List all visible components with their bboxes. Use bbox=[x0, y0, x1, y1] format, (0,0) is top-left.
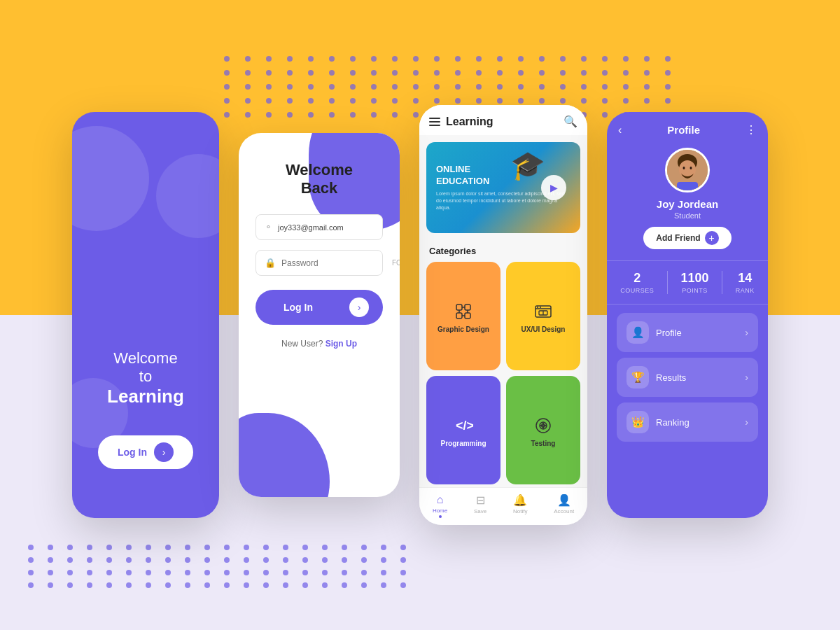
app-title: Learning bbox=[446, 115, 493, 128]
new-user-text: New User? Sign Up bbox=[281, 339, 357, 349]
welcome-line2: to bbox=[107, 368, 184, 386]
profile-menu-label: Profile bbox=[656, 328, 738, 338]
welcome-back-title: Welcome Back bbox=[286, 161, 353, 197]
nav-notify[interactable]: 🔔 Notify bbox=[513, 493, 527, 518]
welcome-line1: Welcome bbox=[107, 349, 184, 368]
login-label: Log In bbox=[118, 447, 147, 458]
ranking-icon-wrap: 👑 bbox=[626, 411, 649, 433]
testing-icon bbox=[533, 416, 553, 435]
courses-label: COURSES bbox=[620, 287, 654, 294]
ranking-menu-label: Ranking bbox=[656, 417, 738, 428]
categories-label: Categories bbox=[419, 240, 587, 259]
menu-item-profile[interactable]: 👤 Profile › bbox=[617, 313, 758, 352]
rank-value: 14 bbox=[738, 271, 752, 286]
hero-text: ONLINE EDUCATION Lorem ipsum dolor sit a… bbox=[426, 154, 580, 220]
search-icon[interactable]: 🔍 bbox=[564, 115, 578, 128]
points-label: POINTS bbox=[682, 287, 708, 294]
password-input[interactable] bbox=[281, 258, 386, 268]
profile-header: ‹ Profile ⋮ bbox=[607, 112, 768, 144]
add-friend-button[interactable]: Add Friend + bbox=[643, 227, 731, 249]
points-value: 1100 bbox=[680, 271, 708, 286]
svg-point-10 bbox=[537, 307, 538, 308]
programming-icon: </> bbox=[454, 416, 473, 435]
user-role: Student bbox=[674, 211, 701, 220]
profile-menu-list: 👤 Profile › 🏆 Results › 👑 Ranking › bbox=[607, 304, 768, 450]
password-field-wrapper: 🔒 FORGOT? bbox=[255, 250, 383, 276]
header-left: Learning bbox=[429, 115, 493, 128]
svg-text:</>: </> bbox=[456, 419, 473, 433]
add-friend-label: Add Friend bbox=[656, 233, 700, 243]
welcome-line3: Learning bbox=[107, 386, 184, 407]
profile-info: Joy Jordean Student Add Friend + bbox=[607, 144, 768, 260]
profile-arrow-icon: › bbox=[745, 327, 748, 338]
category-graphic-design[interactable]: Graphic Design bbox=[426, 262, 500, 370]
save-label: Save bbox=[474, 508, 486, 514]
profile-icon-wrap: 👤 bbox=[626, 321, 649, 344]
results-menu-icon: 🏆 bbox=[631, 371, 645, 384]
results-arrow-icon: › bbox=[745, 372, 748, 383]
nav-account[interactable]: 👤 Account bbox=[554, 493, 574, 518]
login-screen: Welcome Back ⚬ joy333@gmail.com 🔒 FORGOT… bbox=[239, 133, 400, 497]
svg-rect-22 bbox=[677, 182, 698, 190]
ranking-arrow-icon: › bbox=[745, 416, 748, 428]
plus-icon: + bbox=[705, 231, 719, 245]
email-field-wrapper: ⚬ joy333@gmail.com bbox=[255, 214, 383, 240]
results-menu-label: Results bbox=[656, 372, 738, 383]
svg-point-11 bbox=[540, 307, 541, 308]
menu-item-ranking[interactable]: 👑 Ranking › bbox=[617, 402, 758, 442]
active-dot bbox=[439, 515, 442, 518]
svg-point-21 bbox=[690, 167, 692, 169]
welcome-login-button[interactable]: Log In › bbox=[98, 435, 193, 469]
svg-rect-1 bbox=[465, 304, 470, 310]
category-programming[interactable]: </> Programming bbox=[426, 376, 500, 484]
stats-row: 2 COURSES 1100 POINTS 14 RANK bbox=[607, 260, 768, 304]
stat-rank: 14 RANK bbox=[736, 271, 755, 294]
notify-label: Notify bbox=[513, 508, 527, 514]
email-group: ⚬ joy333@gmail.com bbox=[255, 214, 383, 240]
welcome-text: Welcome to Learning bbox=[107, 349, 184, 407]
arrow-circle-icon: › bbox=[154, 442, 174, 462]
programming-label: Programming bbox=[440, 440, 486, 447]
stat-courses: 2 COURSES bbox=[620, 271, 654, 294]
more-options-icon[interactable]: ⋮ bbox=[746, 123, 757, 136]
bottom-navigation: ⌂ Home ⊟ Save 🔔 Notify 👤 Account bbox=[419, 487, 587, 525]
menu-item-results[interactable]: 🏆 Results › bbox=[617, 358, 758, 397]
menu-icon[interactable] bbox=[429, 118, 440, 126]
graphic-design-icon bbox=[454, 302, 473, 321]
account-label: Account bbox=[554, 508, 574, 514]
account-icon: 👤 bbox=[557, 493, 571, 507]
signup-link[interactable]: Sign Up bbox=[326, 339, 357, 349]
email-value-display: joy333@gmail.com bbox=[278, 223, 344, 232]
password-group: 🔒 FORGOT? bbox=[255, 250, 383, 276]
login-button[interactable]: Log In › bbox=[255, 290, 383, 325]
avatar-image bbox=[667, 150, 708, 190]
category-testing[interactable]: Testing bbox=[506, 376, 580, 484]
forgot-link[interactable]: FORGOT? bbox=[392, 259, 400, 267]
avatar bbox=[665, 148, 710, 192]
category-uxui[interactable]: UX/UI Design bbox=[506, 262, 580, 370]
blob2 bbox=[156, 154, 219, 238]
back-button[interactable]: ‹ bbox=[618, 124, 622, 136]
svg-point-20 bbox=[683, 167, 685, 169]
courses-value: 2 bbox=[634, 271, 640, 286]
uxui-icon bbox=[533, 302, 553, 321]
nav-home[interactable]: ⌂ Home bbox=[433, 493, 447, 518]
stat-divider-2 bbox=[722, 271, 722, 294]
home-label: Home bbox=[433, 507, 447, 514]
stat-divider-1 bbox=[667, 271, 668, 294]
testing-label: Testing bbox=[531, 440, 556, 447]
hero-title: ONLINE EDUCATION bbox=[436, 164, 570, 188]
profile-screen: ‹ Profile ⋮ bbox=[607, 112, 768, 518]
hero-subtitle: Lorem ipsum dolor sit amet, consectetur … bbox=[436, 190, 570, 211]
blob1 bbox=[72, 126, 149, 231]
svg-rect-3 bbox=[465, 313, 470, 318]
home-icon: ⌂ bbox=[437, 493, 444, 506]
nav-save[interactable]: ⊟ Save bbox=[474, 493, 486, 518]
user-name: Joy Jordean bbox=[657, 198, 718, 210]
lock-icon: 🔒 bbox=[265, 258, 276, 268]
svg-rect-0 bbox=[456, 304, 462, 310]
uxui-label: UX/UI Design bbox=[522, 326, 566, 333]
graphic-design-label: Graphic Design bbox=[438, 326, 489, 333]
blob-bottom bbox=[239, 413, 330, 497]
learning-screen: Learning 🔍 ONLINE EDUCATION Lorem ipsum … bbox=[419, 105, 587, 525]
